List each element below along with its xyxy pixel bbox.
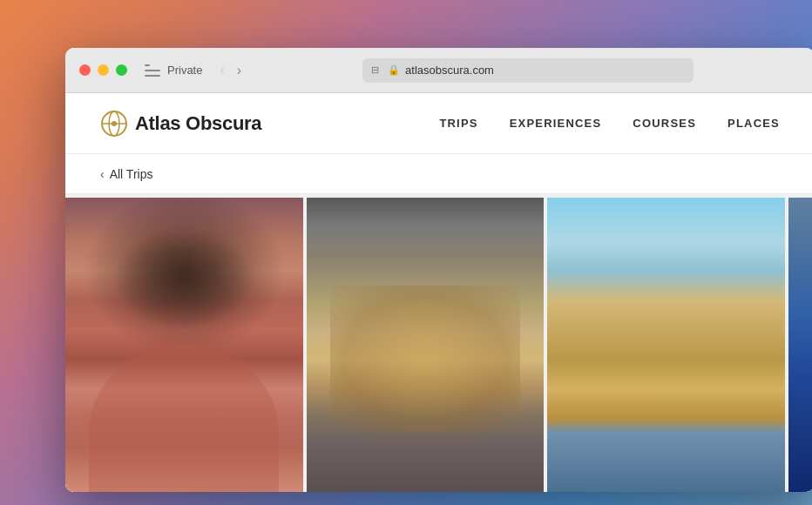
nav-item-experiences[interactable]: EXPERIENCES [510,117,602,130]
breadcrumb-label: All Trips [110,167,153,181]
maximize-button[interactable] [116,64,127,76]
breadcrumb-back-arrow: ‹ [100,167,105,181]
leopard-shape [330,286,520,433]
back-arrow-button[interactable]: ‹ [216,61,227,80]
partial-image [788,198,812,492]
sidebar-icon [145,64,160,77]
browser-window: Private ‹ › ⊟ 🔒 atlasobscura.com [65,48,812,492]
gallery-image-city[interactable] [547,198,785,492]
website-content: Atlas Obscura TRIPS EXPERIENCES COURSES … [65,93,812,492]
nav-item-trips[interactable]: TRIPS [439,117,477,130]
browser-nav-arrows: ‹ › [216,61,245,80]
address-bar-container: ⊟ 🔒 atlasobscura.com [255,58,801,83]
url-text: atlasobscura.com [405,64,494,77]
palace-image [65,198,303,492]
breadcrumb-bar: ‹ All Trips [65,154,812,194]
minimize-button[interactable] [98,64,109,76]
site-nav-bar: Atlas Obscura TRIPS EXPERIENCES COURSES … [65,93,812,154]
nav-item-courses[interactable]: COURSES [633,117,696,130]
sidebar-icon-bar [145,75,160,77]
address-bar[interactable]: ⊟ 🔒 atlasobscura.com [362,58,694,83]
forward-arrow-button[interactable]: › [233,61,245,80]
gallery-image-leopard[interactable] [307,198,545,492]
close-button[interactable] [79,64,91,76]
svg-point-3 [112,121,117,126]
private-mode-label: Private [167,64,202,77]
nav-item-places[interactable]: PLACES [727,117,780,130]
image-gallery [65,194,812,492]
tab-icon: ⊟ [371,64,379,76]
gallery-image-palace[interactable] [65,198,303,492]
browser-title-bar: Private ‹ › ⊟ 🔒 atlasobscura.com [65,48,812,93]
chandelier-decoration [113,227,256,330]
sidebar-icon-bar [145,70,160,71]
site-nav-links: TRIPS EXPERIENCES COURSES PLACES [439,117,780,130]
atlas-obscura-logo-icon [100,110,128,138]
site-logo-text: Atlas Obscura [135,112,261,135]
sidebar-icon-bar [145,64,150,66]
site-logo[interactable]: Atlas Obscura [100,110,261,138]
breadcrumb-link[interactable]: ‹ All Trips [100,167,152,181]
leopard-image [307,198,545,492]
traffic-lights [79,64,127,76]
gallery-image-partial [788,198,812,492]
lock-icon: 🔒 [388,64,400,76]
city-image [547,198,785,492]
sidebar-toggle-area: Private [145,64,202,77]
